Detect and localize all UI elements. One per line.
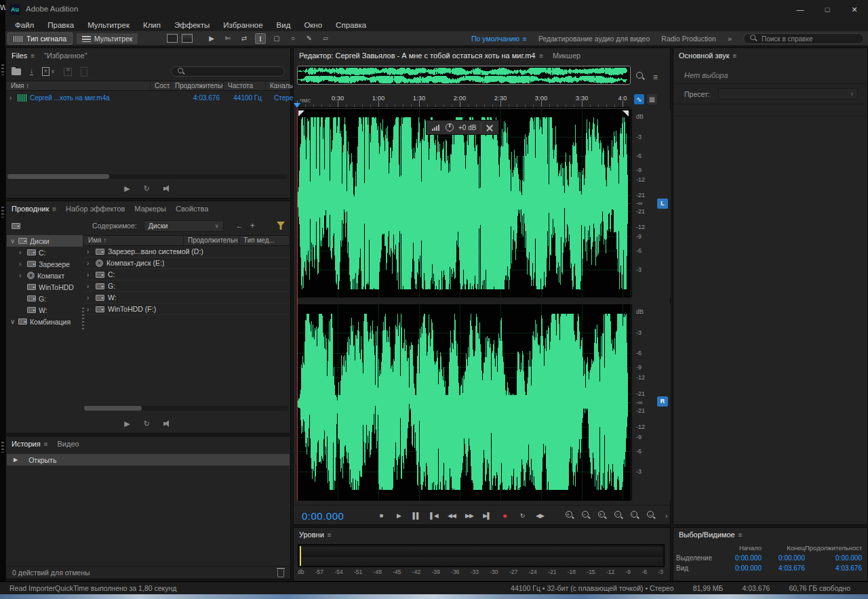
zoom-selection-button[interactable]: ▫ — [630, 510, 639, 520]
waveform-editor-button[interactable]: Тип сигнала — [7, 33, 73, 45]
chevron-right-icon[interactable]: › — [9, 94, 15, 102]
files-column-3[interactable]: Частота — [224, 81, 266, 90]
tab-essential-sound[interactable]: Основной звук≡ — [679, 51, 736, 60]
menu-item-4[interactable]: Эффекты — [167, 21, 216, 29]
preset-select[interactable]: ∨ — [718, 88, 858, 100]
tab-video[interactable]: Видео — [58, 440, 79, 448]
selection-end[interactable]: 0:00.000 — [762, 554, 805, 562]
horizontal-scrollbar[interactable] — [7, 174, 288, 179]
waveform-display[interactable]: +0 dB — [297, 109, 631, 501]
tab-markers[interactable]: Маркеры — [134, 205, 166, 213]
panel-menu-icon[interactable]: ≡ — [539, 52, 543, 60]
skip-to-start-button[interactable]: ▌◀ — [427, 509, 441, 522]
explorer-column-2[interactable]: Тип мед... — [239, 236, 290, 245]
panel-menu-icon[interactable]: ≡ — [732, 52, 736, 60]
show-spectral-button[interactable]: ▦ — [647, 94, 657, 104]
help-search-input[interactable] — [762, 35, 859, 43]
chevron-right-icon[interactable]: › — [87, 260, 92, 267]
hud-gain-control[interactable]: +0 dB — [426, 120, 499, 135]
files-column-0[interactable]: Имя ↑ — [7, 81, 151, 90]
waveform-display-icon[interactable] — [167, 34, 178, 43]
trash-icon[interactable] — [277, 570, 284, 577]
play-button[interactable]: ▶ — [391, 509, 406, 522]
history-entry[interactable]: ▶ Открыть — [7, 454, 290, 466]
import-file-icon[interactable]: ↓ — [30, 68, 33, 75]
tree-item[interactable]: WinToHDD — [7, 281, 83, 293]
playhead-handle[interactable] — [294, 103, 300, 108]
pause-button[interactable]: ▌▌ — [409, 509, 424, 522]
files-search-input[interactable] — [189, 68, 279, 75]
files-search[interactable] — [171, 66, 285, 77]
record-button[interactable]: ● — [497, 509, 512, 522]
tab-history[interactable]: История≡ — [12, 440, 48, 448]
drive-row[interactable]: ›W: — [84, 292, 290, 304]
time-display[interactable]: 0:00.000 — [302, 510, 344, 522]
explorer-column-0[interactable]: Имя ↑ — [84, 236, 184, 245]
channel-right-button[interactable]: R — [657, 396, 668, 407]
minimize-button[interactable]: — — [787, 0, 814, 19]
drive-row[interactable]: ›WinToHDD (F:) — [84, 304, 290, 315]
overview-navigator[interactable] — [297, 66, 631, 85]
hud-gain-value[interactable]: +0 dB — [458, 124, 476, 131]
tab-levels[interactable]: Уровни≡ — [299, 531, 332, 539]
insert-into-multitrack-icon[interactable] — [64, 68, 72, 76]
chevron-down-icon[interactable]: ∨ — [10, 237, 16, 245]
hud-pin-icon[interactable] — [486, 124, 493, 131]
file-row[interactable]: ›Сергей ...хоть на миг.m4a 4:03.676 4410… — [7, 92, 290, 104]
tree-item[interactable]: ›C: — [7, 247, 83, 258]
fast-forward-button[interactable]: ▶▶ — [462, 509, 477, 522]
razor-tool-icon[interactable]: ✄ — [222, 33, 233, 44]
panel-menu-icon[interactable]: ≡ — [31, 52, 35, 60]
time-selection-tool-icon[interactable]: I — [255, 33, 266, 44]
panel-grip[interactable] — [1, 64, 4, 75]
panel-menu-icon[interactable]: ≡ — [44, 440, 48, 448]
chevron-right-icon[interactable]: › — [19, 272, 24, 279]
menu-item-7[interactable]: Окно — [297, 21, 329, 29]
scrollbar-thumb[interactable] — [84, 406, 142, 411]
selection-start[interactable]: 0:00.000 — [715, 554, 762, 562]
scrollbar-thumb[interactable] — [7, 174, 109, 179]
slip-tool-icon[interactable]: ⇄ — [239, 33, 250, 44]
waveform-canvas[interactable] — [297, 109, 631, 501]
new-item-button[interactable]: +∨ — [42, 67, 55, 76]
zoom-reset-button[interactable]: ↔ — [646, 510, 656, 520]
selection-duration[interactable]: 0:00.000 — [805, 554, 862, 562]
workspace-audio-for-video[interactable]: Редактирование аудио для видео — [538, 35, 650, 43]
spectral-display-icon[interactable] — [182, 34, 193, 43]
panel-menu-icon[interactable]: ≡ — [328, 531, 332, 539]
loop-preview-button[interactable]: ↻ — [144, 184, 150, 193]
lasso-tool-icon[interactable]: ○ — [288, 33, 298, 44]
auto-play-speaker-icon[interactable] — [163, 420, 172, 428]
tree-item[interactable]: ›Зарезере — [7, 258, 83, 270]
workspace-overflow-chevron[interactable]: » — [728, 35, 732, 43]
tree-item[interactable]: ∨Диски — [7, 235, 83, 247]
explorer-column-1[interactable]: Продолжительн... — [184, 236, 239, 245]
chevron-right-icon[interactable]: › — [87, 248, 92, 255]
open-file-icon[interactable] — [12, 68, 21, 75]
tree-item[interactable]: ›Компакт — [7, 270, 83, 281]
chevron-right-icon[interactable]: › — [87, 283, 92, 290]
close-button[interactable]: ✕ — [841, 0, 868, 19]
stop-button[interactable]: ■ — [374, 509, 389, 522]
menu-item-8[interactable]: Справка — [329, 21, 373, 29]
timeline-ruler[interactable]: чмс 0:301:001:302:002:303:003:304:0 — [297, 93, 631, 108]
back-arrow-icon[interactable]: ← — [236, 222, 243, 230]
tab-mixer[interactable]: Микшер — [553, 51, 580, 60]
menu-item-5[interactable]: Избранное — [216, 21, 269, 29]
selection-handle-top-left[interactable] — [298, 110, 304, 117]
files-column-2[interactable]: Продолжительн... — [171, 81, 224, 90]
menu-item-6[interactable]: Вид — [270, 21, 298, 29]
mount-drive-icon[interactable] — [12, 223, 20, 229]
chevron-right-icon[interactable]: › — [87, 271, 92, 278]
maximize-button[interactable]: □ — [814, 0, 841, 19]
tab-effects-rack[interactable]: Набор эффектов — [66, 205, 125, 213]
preview-play-button[interactable]: ▶ — [124, 184, 130, 193]
menu-item-2[interactable]: Мультитрек — [81, 21, 136, 29]
zoom-in-button[interactable]: + — [565, 510, 574, 520]
menu-item-1[interactable]: Правка — [41, 21, 81, 29]
transport-overflow-chevron[interactable]: › — [665, 512, 668, 520]
drive-row[interactable]: ›Компакт-диск (E:) — [84, 257, 290, 269]
tab-files[interactable]: Files≡ — [12, 51, 35, 60]
marquee-tool-icon[interactable]: ▢ — [271, 33, 282, 44]
tree-item[interactable]: ∨Комбинация — [7, 316, 83, 327]
